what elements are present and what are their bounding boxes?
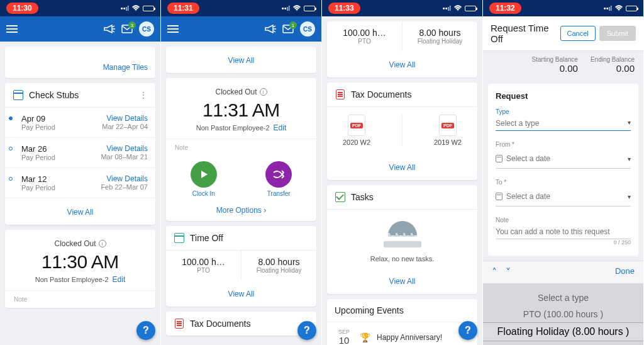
view-details-link[interactable]: View Details	[102, 114, 148, 123]
edit-link[interactable]: Edit	[113, 275, 126, 284]
next-field-icon[interactable]: ˅	[506, 266, 511, 278]
done-button[interactable]: Done	[615, 266, 635, 278]
play-icon	[191, 161, 217, 188]
view-all-link[interactable]: View All	[389, 277, 416, 286]
menu-icon[interactable]	[167, 25, 179, 33]
stub-row[interactable]: Mar 26Pay Period View DetailsMar 08–Mar …	[5, 138, 155, 168]
tax-docs-title: Tax Documents	[190, 319, 309, 329]
prev-field-icon[interactable]: ˄	[492, 266, 497, 278]
from-field[interactable]: From * ▾	[496, 141, 631, 169]
picker-wheel[interactable]: Select a type PTO (100.00 hours ) Floati…	[483, 283, 643, 345]
status-time: 11:33	[328, 3, 360, 14]
stub-row[interactable]: Apr 09Pay Period View DetailsMar 22–Apr …	[5, 108, 155, 138]
megaphone-icon[interactable]	[104, 25, 115, 33]
starting-balance-value: 0.00	[532, 63, 578, 74]
view-all-link[interactable]: View All	[228, 56, 255, 65]
manage-tiles-link[interactable]: Manage Tiles	[103, 63, 148, 72]
from-input[interactable]	[506, 152, 628, 166]
from-label: From *	[496, 141, 631, 148]
info-icon[interactable]: i	[260, 88, 267, 96]
tax-docs-icon	[174, 318, 185, 329]
screen-2: 11:31 ••ıl 1 CS View All Clocked Out i 1…	[161, 0, 322, 345]
megaphone-icon[interactable]	[265, 25, 276, 33]
chevron-right-icon: ›	[264, 206, 266, 215]
wifi-icon	[292, 5, 301, 11]
transfer-icon	[265, 161, 292, 188]
menu-icon[interactable]	[6, 25, 18, 33]
pdf-item[interactable]: PDF2020 W2	[343, 115, 370, 146]
check-stubs-card: Check Stubs ⋮ Apr 09Pay Period View Deta…	[5, 83, 155, 225]
status-bar: 11:31 ••ıl	[161, 0, 321, 16]
note-field[interactable]: Note 0 / 250	[496, 217, 631, 246]
upcoming-events-card: Upcoming Events SEP10 🏆 Happy Anniversar…	[327, 299, 477, 345]
cancel-button[interactable]: Cancel	[560, 26, 596, 41]
wifi-icon	[453, 5, 462, 11]
chevron-down-icon: ▾	[628, 119, 631, 126]
wifi-icon	[614, 5, 623, 11]
pdf-item[interactable]: PDF2019 W2	[434, 115, 462, 146]
help-fab[interactable]: ?	[458, 321, 477, 340]
help-fab[interactable]: ?	[297, 321, 316, 340]
view-all-link[interactable]: View All	[389, 163, 416, 172]
type-input[interactable]	[496, 116, 631, 131]
stub-row[interactable]: Mar 12Pay Period View DetailsFeb 22–Mar …	[5, 168, 155, 198]
battery-icon	[626, 6, 637, 11]
to-label: To *	[496, 179, 631, 186]
tax-docs-title: Tax Documents	[351, 89, 470, 99]
note-label: Note	[496, 217, 631, 223]
messages-icon[interactable]: 3	[121, 25, 133, 33]
status-bar: 11:30 ••ıl	[0, 0, 160, 16]
balance-cell[interactable]: 8.00 hoursFloating Holiday	[241, 251, 316, 280]
clock-in-action[interactable]: Clock In	[191, 161, 217, 197]
view-all-link[interactable]: View All	[389, 60, 416, 69]
type-label: Type	[496, 108, 631, 115]
avatar[interactable]: CS	[300, 21, 315, 37]
wifi-icon	[131, 5, 140, 11]
clock-employee: Non Pastor Employee-2	[35, 276, 109, 283]
tasks-card: Tasks Relax, no new tasks. View All	[327, 185, 477, 294]
signal-icon: ••ıl	[443, 4, 451, 12]
note-input[interactable]	[496, 225, 631, 239]
nav-bar: 1 CS	[161, 16, 321, 42]
messages-badge: 1	[289, 21, 297, 29]
transfer-action[interactable]: Transfer	[265, 161, 292, 197]
battery-icon	[304, 6, 315, 11]
avatar[interactable]: CS	[139, 21, 154, 37]
messages-icon[interactable]: 1	[282, 25, 294, 33]
picker-option[interactable]: PTO (100.00 hours )	[483, 306, 643, 322]
chevron-down-icon: ▾	[628, 193, 631, 200]
info-icon[interactable]: i	[99, 240, 106, 247]
event-row[interactable]: SEP10 🏆 Happy Anniversary!	[327, 322, 477, 345]
status-icons: ••ıl	[282, 4, 315, 12]
balance-cell[interactable]: 100.00 h…PTO	[166, 251, 241, 280]
to-input[interactable]	[506, 189, 628, 203]
balance-cell[interactable]: 8.00 hoursFloating Holiday	[402, 21, 477, 51]
time-off-title: Time Off	[190, 233, 309, 243]
status-time: 11:32	[489, 3, 521, 14]
page-title: Request Time Off	[491, 23, 560, 44]
calendar-icon	[496, 155, 502, 162]
kebab-icon[interactable]: ⋮	[139, 90, 148, 100]
manage-tiles-row: Manage Tiles	[5, 47, 155, 78]
trophy-icon: 🏆	[360, 332, 370, 342]
ending-balance-value: 0.00	[591, 63, 635, 74]
submit-button[interactable]: Submit	[599, 26, 636, 41]
tax-docs-icon	[335, 89, 346, 100]
picker-option-selected[interactable]: Floating Holiday (8.00 hours )	[483, 322, 643, 341]
help-fab[interactable]: ?	[136, 321, 155, 340]
to-field[interactable]: To * ▾	[496, 179, 631, 206]
view-all-link[interactable]: View All	[228, 290, 255, 298]
edit-link[interactable]: Edit	[274, 123, 287, 132]
chevron-down-icon: ▾	[628, 156, 631, 162]
picker-option[interactable]: Select a type	[483, 290, 643, 306]
keyboard-toolbar: ˄ ˅ Done	[483, 261, 643, 283]
view-details-link[interactable]: View Details	[101, 144, 148, 153]
note-label: Note	[5, 290, 155, 305]
view-all-link[interactable]: View All	[67, 208, 94, 217]
type-field[interactable]: Type ▾	[496, 108, 631, 131]
screen-4: 11:32 ••ıl Request Time Off Cancel Submi…	[483, 0, 644, 345]
more-options-link[interactable]: More Options ›	[166, 202, 316, 221]
screen-1: 11:30 ••ıl 3 CS Manage Tiles	[0, 0, 161, 345]
balance-cell[interactable]: 100.00 h…PTO	[327, 21, 402, 51]
view-details-link[interactable]: View Details	[101, 174, 148, 183]
